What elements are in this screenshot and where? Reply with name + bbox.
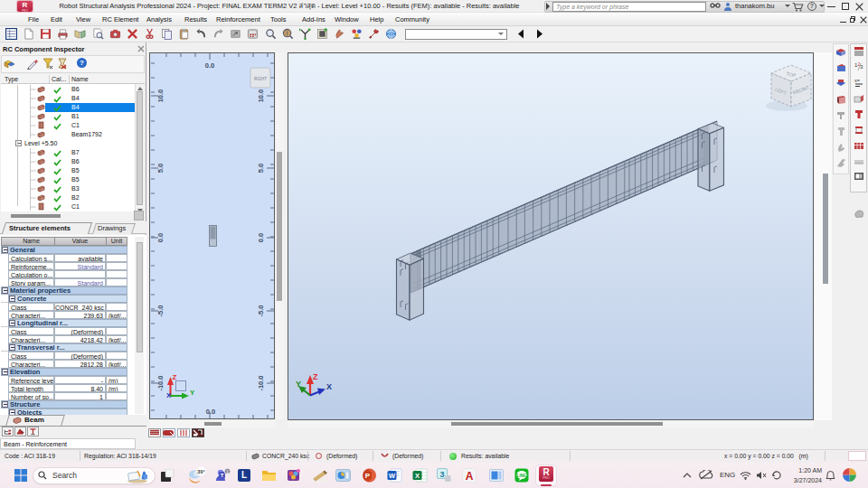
svg-text:Z: Z	[313, 372, 318, 381]
svg-text:0.0: 0.0	[156, 233, 165, 242]
svg-text:W: W	[389, 472, 396, 480]
svg-text:10.0: 10.0	[257, 89, 265, 103]
svg-text:30°: 30°	[197, 469, 204, 474]
svg-text:-10.0: -10.0	[156, 375, 165, 390]
svg-text:Z: Z	[173, 373, 177, 381]
svg-text:P: P	[365, 472, 371, 480]
svg-text:T: T	[221, 473, 224, 478]
svg-text:0.0: 0.0	[206, 408, 215, 416]
svg-text:10.0: 10.0	[156, 89, 165, 103]
svg-text:3: 3	[439, 470, 444, 479]
svg-text:LINE: LINE	[517, 474, 526, 478]
svg-text:Y: Y	[190, 389, 195, 397]
svg-text:1: 1	[226, 469, 229, 474]
svg-text:-5.0: -5.0	[257, 305, 265, 317]
svg-text:Y: Y	[296, 380, 301, 389]
svg-text:X: X	[415, 472, 420, 480]
svg-text:-10.0: -10.0	[257, 375, 265, 390]
svg-text:0.0: 0.0	[205, 61, 214, 70]
svg-text:RIGHT: RIGHT	[254, 77, 267, 81]
svg-text:X: X	[166, 391, 172, 399]
svg-text:0.0: 0.0	[257, 233, 265, 242]
svg-text:-5.0: -5.0	[156, 305, 165, 317]
svg-text:5.0: 5.0	[156, 164, 165, 173]
svg-text:X: X	[326, 382, 332, 391]
svg-text:5.0: 5.0	[257, 164, 265, 173]
svg-text:A: A	[466, 470, 474, 483]
svg-text:x=: x=	[854, 78, 860, 83]
